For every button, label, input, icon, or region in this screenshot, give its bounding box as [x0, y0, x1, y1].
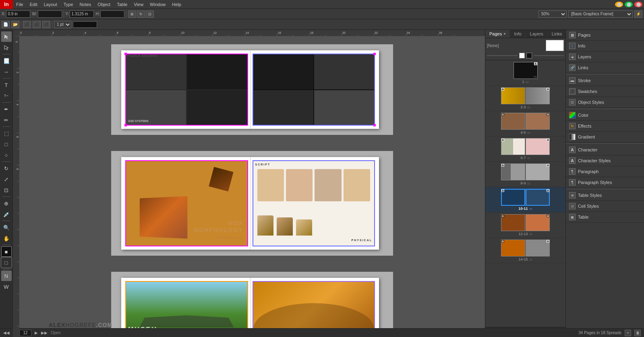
hand-tool[interactable]: ✋ [1, 233, 12, 244]
page-tool[interactable]: 📃 [1, 56, 12, 66]
w-input[interactable] [38, 10, 62, 18]
spread-2-3-section[interactable]: A A 2-3 ▭ [485, 86, 565, 111]
scale-tool[interactable]: ⤢ [1, 174, 12, 184]
prev-page-btn[interactable]: ◀◀ [3, 331, 10, 335]
pencil-tool[interactable]: ✏ [1, 115, 12, 125]
spread-2-3-thumbs: A A [487, 87, 564, 104]
style-select[interactable]: [Basic Graphics Frame] [568, 10, 633, 18]
styles-layers[interactable]: ⬙ Layers [566, 52, 644, 62]
spread-14-15-container: A A [501, 240, 550, 256]
minimize-btn[interactable]: ⬤ [615, 2, 623, 7]
styles-swatches[interactable]: ⬛ Swatches [566, 86, 644, 97]
styles-table[interactable]: ▦ Table [566, 212, 644, 223]
stroke-color[interactable]: □ [1, 257, 12, 268]
styles-table-styles[interactable]: ⊞ Table Styles [566, 190, 644, 201]
spread-10-11-thumbs: A A [487, 189, 564, 206]
styles-color[interactable]: Color [566, 110, 644, 121]
spread-10-11-section[interactable]: A A 10-11 ▭ [485, 187, 565, 213]
direct-select-tool[interactable] [1, 42, 12, 53]
shear-tool[interactable]: ⊡ [1, 185, 12, 195]
preview-mode[interactable]: W [1, 281, 12, 292]
new-doc-btn[interactable]: 📄 [2, 21, 10, 28]
styles-stroke[interactable]: ▬ Stroke [566, 75, 644, 86]
align-center-btn[interactable]: ⬛ [33, 21, 41, 28]
styles-pages[interactable]: ▦ Pages [566, 30, 644, 41]
styles-object-styles[interactable]: ⊡ Object Styles [566, 97, 644, 108]
styles-links[interactable]: 🔗 Links [566, 62, 644, 73]
menu-window[interactable]: Window [147, 0, 169, 8]
styles-paragraph-styles[interactable]: ¶ Paragraph Styles [566, 177, 644, 188]
styles-cell-styles[interactable]: ⊡ Cell Styles [566, 201, 644, 212]
transform-tool[interactable]: ⊕ [1, 198, 12, 209]
styles-info[interactable]: i Info [566, 41, 644, 52]
rect-frame-tool[interactable]: ⬚ [1, 128, 12, 139]
type-path-tool[interactable]: T~ [1, 91, 12, 101]
menu-help[interactable]: Help [169, 0, 184, 8]
spread-4-5-section[interactable]: A A 4-5 ▭ [485, 111, 565, 136]
page-number-input[interactable] [19, 330, 31, 336]
zoom-tool[interactable]: 🔍 [1, 222, 12, 233]
handle-tr[interactable] [373, 53, 376, 55]
delete-page-status-btn[interactable]: 🗑 [634, 330, 641, 336]
fill-color[interactable]: ■ [1, 246, 12, 257]
styles-paragraph[interactable]: ¶ Paragraph [566, 166, 644, 177]
spread-12-13-section[interactable]: A A 12-13 ▭ [485, 213, 565, 238]
lightning-btn[interactable]: ⚡ [634, 10, 642, 18]
menu-type[interactable]: Type [60, 0, 77, 8]
close-btn[interactable]: ⬤ [634, 2, 642, 7]
landscape-img: MUSEU [126, 282, 247, 335]
rect-tool[interactable]: □ [1, 139, 12, 149]
menu-file[interactable]: File [13, 0, 27, 8]
handle-bl[interactable] [124, 124, 127, 126]
handle-br[interactable] [373, 124, 376, 126]
tab-pages[interactable]: Pages × [485, 30, 510, 38]
close-pages-tab[interactable]: × [503, 32, 505, 36]
type-tool[interactable]: T [1, 80, 12, 90]
styles-character[interactable]: A Character [566, 145, 644, 155]
select-tool[interactable] [1, 31, 12, 42]
canvas-area[interactable]: 0 2 4 6 8 10 12 14 [13, 30, 485, 337]
align-right-btn[interactable]: ⬛ [42, 21, 50, 28]
spread-14-15-section[interactable]: A A 14-15 ▭ [485, 238, 565, 263]
tab-info[interactable]: Info [510, 30, 526, 38]
spread-8-9-section[interactable]: A A 8-9 ▭ [485, 162, 565, 187]
new-page-status-btn[interactable]: + [625, 330, 631, 336]
spread-6-7-section[interactable]: A A 6-7 ▭ [485, 136, 565, 162]
y-input[interactable] [70, 10, 94, 18]
menu-object[interactable]: Object [94, 0, 114, 8]
transform-btn[interactable]: ⊞ [128, 10, 136, 18]
box-morphology-text: BOXMORPHOLOGY [194, 220, 243, 234]
tab-layers[interactable]: Layers [526, 30, 548, 38]
wooden-forms [257, 211, 371, 236]
gap-tool[interactable]: ↔ [1, 66, 12, 77]
pages-tab-label: Pages [489, 31, 502, 36]
box-icon-text: ⬡ MORPHOLOGY [216, 236, 243, 240]
tab-links[interactable]: Links [548, 30, 567, 38]
menu-edit[interactable]: Edit [27, 0, 41, 8]
stroke-weight-select[interactable]: 1 pt [54, 21, 71, 28]
shear-btn[interactable]: ⊡ [146, 10, 154, 18]
h-input[interactable] [100, 10, 124, 18]
normal-mode[interactable]: N [1, 271, 12, 281]
menu-table[interactable]: Table [114, 0, 130, 8]
menu-layout[interactable]: Layout [41, 0, 60, 8]
pen-tool[interactable]: ✒ [1, 104, 12, 114]
menu-notes[interactable]: Notes [77, 0, 95, 8]
next-page-btn[interactable]: ▶▶ [41, 331, 48, 335]
eyedropper-tool[interactable]: 💉 [1, 209, 12, 219]
styles-gradient[interactable]: Gradient [566, 132, 644, 143]
next-btn[interactable]: ▶ [35, 331, 38, 335]
styles-character-styles[interactable]: A Character Styles [566, 155, 644, 166]
menu-view[interactable]: View [130, 0, 147, 8]
rotate-tool[interactable]: ↻ [1, 163, 12, 174]
page-1-container[interactable]: A ▭ [514, 62, 538, 79]
handle-tl[interactable] [124, 53, 127, 55]
ellipse-tool[interactable]: ○ [1, 150, 12, 160]
align-left-btn[interactable]: ⬛ [23, 21, 31, 28]
open-btn[interactable]: 📂 [11, 21, 19, 28]
x-input[interactable] [6, 10, 30, 18]
zoom-select[interactable]: 50% 100% [538, 10, 567, 18]
maximize-btn[interactable]: ⬤ [625, 2, 633, 7]
styles-effects[interactable]: fx Effects [566, 121, 644, 132]
rotate-btn[interactable]: ↻ [137, 10, 145, 18]
